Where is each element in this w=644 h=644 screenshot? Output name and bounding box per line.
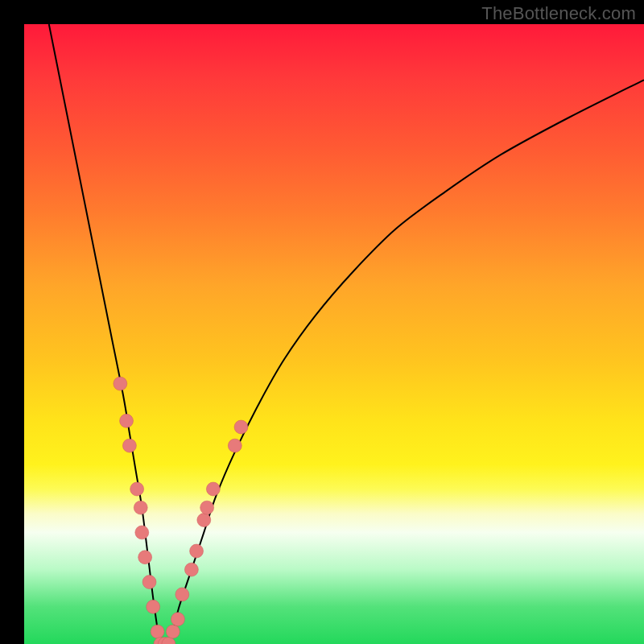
- scatter-point: [166, 625, 180, 638]
- scatter-point: [228, 439, 242, 452]
- scatter-point: [175, 588, 189, 601]
- bottleneck-curve: [24, 24, 644, 644]
- chart-frame: TheBottleneck.com: [0, 0, 644, 644]
- scatter-point: [138, 551, 152, 564]
- scatter-point: [122, 439, 136, 452]
- plot-area: [24, 24, 644, 644]
- scatter-point: [134, 501, 147, 514]
- scatter-point: [151, 625, 164, 638]
- scatter-point: [120, 414, 134, 427]
- scatter-point: [184, 563, 198, 576]
- curve-line: [49, 24, 644, 644]
- scatter-point: [171, 613, 184, 626]
- scatter-point: [114, 377, 127, 390]
- scatter-point: [234, 420, 248, 434]
- scatter-point: [206, 482, 220, 496]
- scatter-point: [135, 526, 149, 539]
- scatter-point: [147, 600, 160, 613]
- watermark-text: TheBottleneck.com: [481, 3, 636, 24]
- scatter-point: [142, 576, 156, 589]
- scatter-point: [190, 544, 204, 558]
- scatter-point: [130, 482, 144, 496]
- scatter-point: [200, 501, 214, 514]
- scatter-point: [197, 514, 211, 527]
